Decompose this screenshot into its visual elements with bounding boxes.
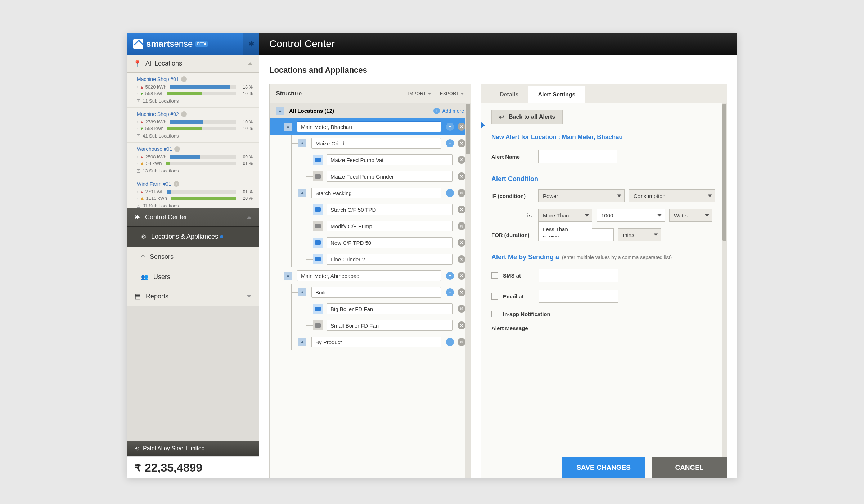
- node-name-input[interactable]: [327, 204, 453, 215]
- nav-reports-header[interactable]: ▤ Reports: [127, 287, 259, 306]
- comparator-select[interactable]: More Than Less Than: [538, 209, 592, 222]
- settings-gear-icon[interactable]: ✻: [243, 33, 259, 55]
- node-name-input[interactable]: [327, 237, 453, 248]
- all-locations-header[interactable]: 📍 All Locations: [127, 55, 259, 73]
- sms-input[interactable]: [539, 269, 618, 282]
- node-name-input[interactable]: [311, 287, 441, 298]
- alert-name-input[interactable]: [538, 150, 617, 163]
- sidebar: 📍 All Locations Machine Shop #01i◦▲5020 …: [127, 55, 259, 478]
- tree-node[interactable]: ✕: [270, 234, 471, 251]
- condition-type-select[interactable]: Consumption: [629, 189, 715, 202]
- tree-root-row[interactable]: All Locations (12) +Add more: [270, 103, 471, 118]
- node-name-input[interactable]: [311, 138, 441, 149]
- delete-node-button[interactable]: ✕: [458, 172, 465, 180]
- node-name-input[interactable]: [311, 337, 441, 347]
- nav-users[interactable]: 👥 Users: [127, 267, 259, 287]
- tree-node[interactable]: ✕: [270, 301, 471, 317]
- delete-node-button[interactable]: ✕: [458, 288, 465, 296]
- back-to-alerts-button[interactable]: ↩ Back to all Alerts: [491, 110, 563, 124]
- scrollbar[interactable]: [465, 103, 471, 478]
- add-more-button[interactable]: +Add more: [433, 108, 464, 114]
- scroll-thumb[interactable]: [466, 104, 470, 154]
- node-name-input[interactable]: [297, 270, 441, 281]
- location-block[interactable]: Machine Shop #02i◦▲2789 kWh10 %◦▼558 kWh…: [127, 108, 259, 143]
- delete-node-button[interactable]: ✕: [458, 139, 465, 147]
- delete-node-button[interactable]: ✕: [458, 321, 465, 329]
- export-button[interactable]: EXPORT: [440, 91, 464, 96]
- add-child-button[interactable]: +: [446, 139, 454, 147]
- expand-icon[interactable]: [284, 123, 292, 131]
- expand-icon[interactable]: [284, 272, 292, 280]
- condition-metric-select[interactable]: Power: [538, 189, 625, 202]
- tree-node[interactable]: ✕: [270, 201, 471, 218]
- nav-control-center-header[interactable]: ✱ Control Center: [127, 208, 259, 226]
- threshold-input[interactable]: 1000: [597, 209, 665, 222]
- inapp-checkbox[interactable]: [491, 311, 498, 317]
- sms-checkbox[interactable]: [491, 272, 498, 279]
- node-name-input[interactable]: [297, 121, 441, 132]
- device-icon: [313, 171, 323, 181]
- tree-node[interactable]: ✕: [270, 168, 471, 185]
- scrollbar[interactable]: [722, 103, 727, 478]
- delete-node-button[interactable]: ✕: [458, 338, 465, 346]
- tree-node[interactable]: +✕: [270, 185, 471, 201]
- expand-icon[interactable]: [298, 288, 306, 296]
- tree-node[interactable]: +✕: [270, 334, 471, 350]
- tree-node[interactable]: +✕: [270, 118, 471, 135]
- save-button[interactable]: SAVE CHANGES: [562, 457, 645, 478]
- tree-node[interactable]: ✕: [270, 218, 471, 234]
- expand-icon[interactable]: [298, 338, 306, 346]
- expand-icon[interactable]: [298, 139, 306, 147]
- alert-settings-body[interactable]: ↩ Back to all Alerts New Alert for Locat…: [481, 103, 727, 478]
- delete-node-button[interactable]: ✕: [458, 189, 465, 197]
- add-child-button[interactable]: +: [446, 123, 454, 131]
- duration-unit-select[interactable]: mins: [618, 228, 661, 241]
- delete-node-button[interactable]: ✕: [458, 239, 465, 247]
- node-name-input[interactable]: [327, 254, 453, 265]
- delete-node-button[interactable]: ✕: [458, 156, 465, 164]
- add-child-button[interactable]: +: [446, 272, 454, 280]
- tree-node[interactable]: ✕: [270, 152, 471, 168]
- tree-node[interactable]: +✕: [270, 135, 471, 152]
- node-name-input[interactable]: [327, 154, 453, 165]
- node-name-input[interactable]: [327, 303, 453, 314]
- scroll-thumb[interactable]: [722, 104, 726, 241]
- delete-node-button[interactable]: ✕: [458, 255, 465, 263]
- node-name-input[interactable]: [327, 171, 453, 182]
- node-name-input[interactable]: [327, 320, 453, 331]
- delete-node-button[interactable]: ✕: [458, 272, 465, 280]
- delete-node-button[interactable]: ✕: [458, 123, 465, 131]
- tab-details[interactable]: Details: [490, 86, 528, 103]
- import-button[interactable]: IMPORT: [408, 91, 431, 96]
- location-list[interactable]: Machine Shop #01i◦▲5020 kWh18 %◦▼558 kWh…: [127, 73, 259, 208]
- inapp-row: In-app Notification: [491, 311, 717, 317]
- tree-node[interactable]: ✕: [270, 317, 471, 334]
- add-child-button[interactable]: +: [446, 189, 454, 197]
- dropdown-option-less-than[interactable]: Less Than: [539, 222, 592, 236]
- email-checkbox[interactable]: [491, 293, 498, 300]
- location-block[interactable]: Wind Farm #01i◦▲279 kWh01 %◦▲1115 kWh20 …: [127, 177, 259, 208]
- add-child-button[interactable]: +: [446, 338, 454, 346]
- tree-node[interactable]: +✕: [270, 267, 471, 284]
- cancel-button[interactable]: CANCEL: [652, 457, 727, 478]
- nav-locations-appliances[interactable]: ⚙ Locations & Appliances: [127, 226, 259, 247]
- expand-icon[interactable]: [276, 107, 284, 115]
- tree-node[interactable]: ✕: [270, 251, 471, 267]
- unit-select[interactable]: Watts: [669, 209, 712, 222]
- tree-node[interactable]: +✕: [270, 284, 471, 301]
- structure-tree[interactable]: All Locations (12) +Add more +✕+✕✕✕+✕✕✕✕…: [270, 103, 471, 478]
- company-bar[interactable]: ⟲ Patel Alloy Steel Limited: [127, 441, 259, 456]
- expand-icon[interactable]: [298, 189, 306, 197]
- email-input[interactable]: [539, 290, 618, 303]
- node-name-input[interactable]: [327, 221, 453, 231]
- tab-alert-settings[interactable]: Alert Settings: [528, 86, 585, 103]
- location-block[interactable]: Machine Shop #01i◦▲5020 kWh18 %◦▼558 kWh…: [127, 73, 259, 108]
- nav-sensors[interactable]: ⌔ Sensors: [127, 247, 259, 267]
- add-child-button[interactable]: +: [446, 288, 454, 296]
- location-block[interactable]: Warehouse #01i◦▲2508 kWh09 %◦▲58 kWh01 %…: [127, 143, 259, 177]
- delete-node-button[interactable]: ✕: [458, 305, 465, 313]
- delete-node-button[interactable]: ✕: [458, 222, 465, 230]
- node-name-input[interactable]: [311, 188, 441, 198]
- notify-hint: (enter multiple values by a comma separa…: [562, 255, 672, 260]
- delete-node-button[interactable]: ✕: [458, 206, 465, 213]
